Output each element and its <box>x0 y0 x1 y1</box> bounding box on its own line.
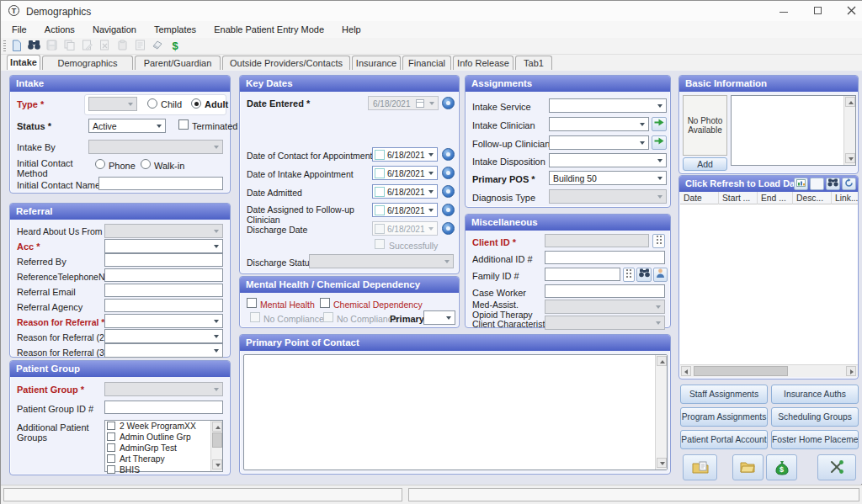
referral-agency-input[interactable] <box>104 299 223 312</box>
tab-outside-providers-contacts[interactable]: Outside Providers/Contacts <box>222 56 350 70</box>
clinician-picker-icon[interactable] <box>652 117 667 131</box>
date-assigned-history-button[interactable] <box>442 204 455 216</box>
ppoc-scrollbar[interactable] <box>655 355 667 470</box>
referral-email-input[interactable] <box>104 284 223 297</box>
patient-group-select[interactable] <box>104 382 223 396</box>
menu-navigation[interactable]: Navigation <box>85 21 144 34</box>
open-folder-button[interactable] <box>732 454 764 480</box>
reason-referral3-select[interactable] <box>104 343 223 358</box>
group-checkbox[interactable] <box>107 465 115 474</box>
foster-home-placement-button[interactable]: Foster Home Placement <box>771 430 859 449</box>
date-contact-history-button[interactable] <box>442 148 455 161</box>
family-search-icon[interactable] <box>636 268 652 282</box>
patient-group-id-input[interactable] <box>104 401 223 414</box>
additional-id-input[interactable] <box>545 251 665 264</box>
scroll-up-icon[interactable] <box>845 97 855 107</box>
reason-referral-select[interactable] <box>104 314 223 328</box>
child-radio[interactable] <box>147 98 157 109</box>
list-item[interactable]: Admin Outline Grp <box>107 432 222 443</box>
insurance-auths-button[interactable]: Insurance Auths <box>771 385 859 404</box>
date-intake-appt-history-button[interactable] <box>442 167 455 179</box>
date-contact-picker[interactable]: 6/18/2021 <box>372 147 438 162</box>
date-entered-history-button[interactable] <box>442 97 455 109</box>
mh-no-compliance-checkbox[interactable] <box>250 312 260 322</box>
reason-referral2-select[interactable] <box>104 329 223 343</box>
walkin-radio[interactable] <box>141 159 151 169</box>
group-checkbox[interactable] <box>107 422 115 430</box>
tab-insurance[interactable]: Insurance <box>352 56 401 70</box>
intake-clinician-select[interactable] <box>549 117 649 131</box>
tab-parent-guardian[interactable]: Parent/Guardian <box>135 56 221 70</box>
column-start[interactable]: Start ... <box>719 192 758 204</box>
menu-enable-patient-entry-mode[interactable]: Enable Patient Entry Mode <box>206 21 332 34</box>
eraser-icon[interactable] <box>151 40 164 53</box>
discharge-date-picker[interactable]: 6/18/2021 <box>372 221 438 236</box>
horizontal-scrollbar[interactable] <box>680 364 858 377</box>
groups-scrollbar[interactable] <box>210 421 222 471</box>
new-document-icon[interactable] <box>9 40 23 53</box>
report-icon[interactable] <box>133 40 146 53</box>
primary-select[interactable] <box>423 310 455 325</box>
client-id-input[interactable] <box>545 234 649 247</box>
scroll-thumb[interactable] <box>212 432 222 448</box>
mental-health-checkbox[interactable] <box>247 298 257 308</box>
id-dice-icon[interactable] <box>623 268 635 282</box>
group-checkbox[interactable] <box>107 432 115 441</box>
acc-select[interactable] <box>104 239 223 253</box>
group-checkbox[interactable] <box>107 454 115 463</box>
chemical-dependency-checkbox[interactable] <box>320 298 330 308</box>
close-button[interactable] <box>838 4 862 18</box>
primary-pos-select[interactable]: Building 50 <box>549 171 667 185</box>
scroll-left-icon[interactable] <box>681 366 691 376</box>
scheduling-groups-button[interactable]: Scheduling Groups <box>771 407 859 427</box>
case-worker-input[interactable] <box>545 284 665 298</box>
column-link[interactable]: Link... <box>832 192 858 204</box>
intake-by-select[interactable] <box>88 140 223 154</box>
search-icon[interactable] <box>826 178 840 190</box>
diagnosis-type-select[interactable] <box>549 189 667 204</box>
copy-icon[interactable] <box>62 40 76 53</box>
opioid-therapy-select[interactable] <box>545 300 665 314</box>
date-intake-appt-picker[interactable]: 6/18/2021 <box>372 166 438 180</box>
date-checkbox[interactable] <box>375 205 385 215</box>
scroll-right-icon[interactable] <box>846 366 856 376</box>
refresh-icon[interactable] <box>842 178 856 190</box>
list-item[interactable]: 2 Week ProgramXX <box>107 422 222 432</box>
maximize-button[interactable] <box>805 4 830 18</box>
menu-actions[interactable]: Actions <box>37 21 82 34</box>
referred-by-input[interactable] <box>104 253 223 267</box>
followup-clinician-select[interactable] <box>549 135 649 150</box>
payment-icon[interactable]: $ <box>168 40 182 53</box>
client-characteristics-select[interactable] <box>545 316 665 330</box>
phone-radio[interactable] <box>95 159 105 169</box>
minimize-button[interactable] <box>771 4 796 18</box>
tab-intake[interactable]: Intake <box>7 55 40 70</box>
blank-note-icon[interactable] <box>810 178 824 190</box>
group-checkbox[interactable] <box>107 443 115 452</box>
intake-disposition-select[interactable] <box>549 153 667 167</box>
save-icon[interactable] <box>45 40 58 53</box>
date-checkbox[interactable] <box>375 187 385 197</box>
billing-button[interactable]: $ <box>766 454 797 480</box>
edit-icon[interactable] <box>80 40 93 53</box>
scroll-up-icon[interactable] <box>657 356 667 366</box>
paste-icon[interactable] <box>115 40 129 53</box>
scroll-down-icon[interactable] <box>212 459 222 470</box>
appointments-list-body[interactable] <box>680 204 858 364</box>
cd-no-compliance-checkbox[interactable] <box>323 312 333 322</box>
clinician-picker-icon[interactable] <box>652 135 667 150</box>
patient-portal-account-button[interactable]: Patient Portal Account <box>680 430 768 449</box>
initial-contact-name-input[interactable] <box>98 177 223 190</box>
status-select[interactable]: Active <box>88 119 166 133</box>
successfully-checkbox[interactable] <box>375 239 385 249</box>
column-end[interactable]: End ... <box>758 192 793 204</box>
discharge-date-history-button[interactable] <box>442 222 455 235</box>
family-id-input[interactable] <box>545 268 620 281</box>
terminated-checkbox[interactable] <box>178 119 189 130</box>
id-dice-icon[interactable] <box>652 234 665 248</box>
menu-help[interactable]: Help <box>334 21 369 34</box>
tab-demographics[interactable]: Demographics <box>42 56 133 70</box>
list-item[interactable]: AdminGrp Test <box>107 443 222 454</box>
scroll-up-icon[interactable] <box>212 422 222 432</box>
tab-financial[interactable]: Financial <box>402 56 451 70</box>
